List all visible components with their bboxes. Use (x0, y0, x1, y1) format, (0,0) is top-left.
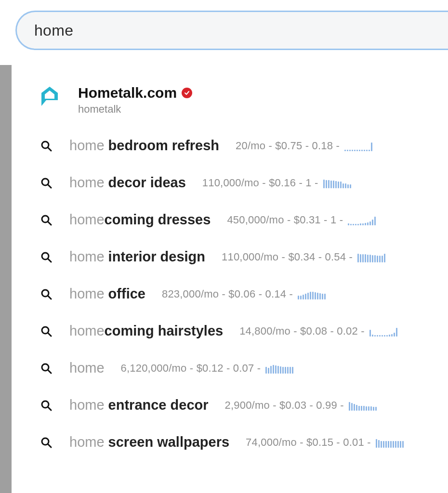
search-icon (40, 400, 53, 411)
search-icon (40, 251, 53, 263)
svg-line-9 (48, 296, 52, 299)
left-gutter (0, 65, 12, 493)
sparkline-icon (323, 178, 351, 188)
search-input[interactable] (33, 21, 448, 40)
search-icon (40, 214, 53, 226)
svg-line-3 (48, 184, 52, 188)
suggestion-term: home office (69, 286, 145, 302)
sparkline-icon (265, 363, 293, 374)
suggestion-stats: 74,000/mo - $0.15 - 0.01 - (246, 436, 404, 449)
site-title: Hometalk.com (78, 85, 177, 101)
sparkline-icon (348, 215, 376, 225)
search-box[interactable] (15, 11, 448, 50)
search-icon (40, 437, 53, 448)
sparkline-icon (369, 326, 397, 337)
svg-line-11 (48, 333, 52, 336)
suggestion-row[interactable]: homecoming dresses450,000/mo - $0.31 - 1… (40, 212, 448, 228)
suggestion-row[interactable]: home office823,000/mo - $0.06 - 0.14 - (40, 286, 448, 302)
suggestion-stats: 823,000/mo - $0.06 - 0.14 - (162, 288, 326, 300)
suggestion-stats: 14,800/mo - $0.08 - 0.02 - (239, 325, 397, 337)
suggestion-row[interactable]: home entrance decor2,900/mo - $0.03 - 0.… (40, 397, 448, 413)
svg-line-13 (48, 370, 52, 373)
site-subtitle: hometalk (78, 103, 192, 116)
search-icon (40, 288, 53, 300)
site-result[interactable]: Hometalk.com hometalk (40, 85, 448, 116)
suggestion-panel: Hometalk.com hometalk home bedroom refre… (12, 63, 448, 450)
suggestion-term: home screen wallpapers (69, 434, 229, 450)
search-icon (40, 325, 53, 337)
suggestion-row[interactable]: home interior design110,000/mo - $0.34 -… (40, 249, 448, 265)
svg-line-7 (48, 259, 52, 262)
sparkline-icon (376, 437, 404, 448)
search-icon (40, 363, 53, 374)
suggestion-term: home interior design (69, 249, 205, 265)
sparkline-icon (357, 252, 385, 262)
suggestion-term: home (69, 360, 105, 376)
suggestion-term: homecoming dresses (69, 212, 211, 228)
suggestion-stats: 110,000/mo - $0.34 - 0.54 - (222, 251, 385, 263)
suggestion-stats: 20/mo - $0.75 - 0.18 - (236, 140, 372, 152)
suggestion-term: home bedroom refresh (69, 138, 219, 154)
suggestion-row[interactable]: homecoming hairstyles14,800/mo - $0.08 -… (40, 323, 448, 339)
suggestion-stats: 2,900/mo - $0.03 - 0.99 - (225, 399, 377, 412)
sparkline-icon (344, 141, 372, 151)
suggestion-stats: 110,000/mo - $0.16 - 1 - (202, 177, 351, 189)
suggestion-stats: 450,000/mo - $0.31 - 1 - (227, 214, 376, 226)
svg-line-17 (48, 444, 52, 447)
suggestion-stats: 6,120,000/mo - $0.12 - 0.07 - (121, 362, 294, 375)
svg-line-15 (48, 407, 52, 410)
sparkline-icon (298, 289, 326, 299)
search-icon (40, 140, 53, 152)
suggestion-row[interactable]: home bedroom refresh20/mo - $0.75 - 0.18… (40, 138, 448, 154)
svg-line-1 (48, 147, 52, 151)
suggestion-term: home entrance decor (69, 397, 209, 413)
search-icon (40, 177, 53, 189)
suggestion-term: home decor ideas (69, 175, 186, 191)
suggestion-row[interactable]: home screen wallpapers74,000/mo - $0.15 … (40, 434, 448, 450)
verified-badge-icon (182, 88, 192, 98)
suggestion-term: homecoming hairstyles (69, 323, 223, 339)
site-logo-icon (40, 86, 60, 109)
suggestion-row[interactable]: home6,120,000/mo - $0.12 - 0.07 - (40, 360, 448, 376)
suggestion-row[interactable]: home decor ideas110,000/mo - $0.16 - 1 - (40, 175, 448, 191)
svg-line-5 (48, 221, 52, 225)
sparkline-icon (349, 400, 377, 411)
